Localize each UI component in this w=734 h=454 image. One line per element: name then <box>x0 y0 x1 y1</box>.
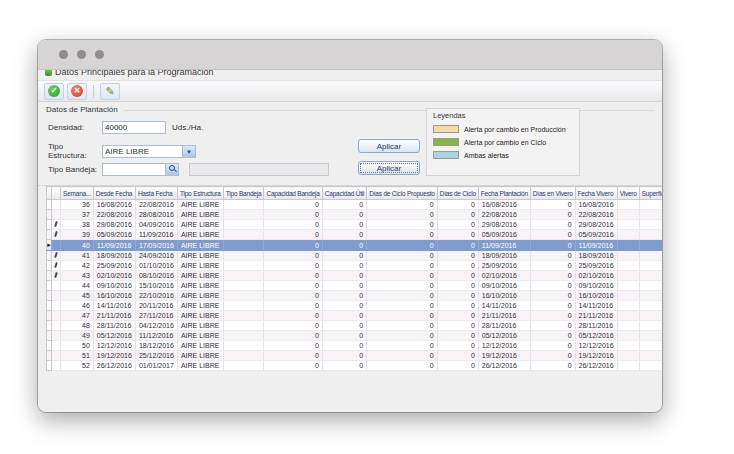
grid-cell-hasta[interactable]: 28/08/2016 <box>135 210 177 220</box>
grid-cell-capacidad_bandeja[interactable]: 0 <box>264 321 322 331</box>
table-row[interactable]: 3722/08/201628/08/2016AIRE LIBRE000022/0… <box>47 210 663 220</box>
grid-cell-dias_ciclo_propuesto[interactable]: 0 <box>367 281 438 291</box>
grid-cell-vivero[interactable] <box>617 251 639 261</box>
grid-cell-fecha_vivero[interactable]: 02/10/2016 <box>575 271 617 281</box>
column-header[interactable]: Vivero <box>617 187 639 200</box>
grid-cell-vivero[interactable] <box>617 311 639 321</box>
grid-cell-vivero[interactable] <box>617 281 639 291</box>
table-row[interactable]: 4225/09/201601/10/2016AIRE LIBRE000025/0… <box>47 261 663 271</box>
grid-cell-superficie[interactable] <box>639 220 662 230</box>
grid-cell-semana[interactable]: 36 <box>61 200 94 210</box>
grid-cell-desde[interactable]: 12/12/2016 <box>93 341 135 351</box>
grid-cell-fecha_plantacion[interactable]: 05/12/2016 <box>478 331 530 341</box>
grid-cell-vivero[interactable] <box>617 341 639 351</box>
grid-cell-fecha_vivero[interactable]: 11/09/2016 <box>575 240 617 251</box>
grid-cell-fecha_plantacion[interactable]: 26/12/2016 <box>478 361 530 371</box>
grid-cell-fecha_plantacion[interactable]: 14/11/2016 <box>478 301 530 311</box>
grid-cell-dias_vivero[interactable]: 0 <box>530 331 575 341</box>
grid-cell-fecha_plantacion[interactable]: 18/09/2016 <box>478 251 530 261</box>
grid-cell-semana[interactable]: 45 <box>61 291 94 301</box>
grid-cell-tipo_bandeja[interactable] <box>223 311 264 321</box>
grid-cell-capacidad_util[interactable]: 0 <box>322 251 366 261</box>
grid-cell-superficie[interactable] <box>639 311 662 321</box>
grid-cell-tipo_estructura[interactable]: AIRE LIBRE <box>177 301 223 311</box>
grid-cell-fecha_plantacion[interactable]: 19/12/2016 <box>478 351 530 361</box>
grid-cell-desde[interactable]: 25/09/2016 <box>93 261 135 271</box>
grid-cell-capacidad_bandeja[interactable]: 0 <box>264 281 322 291</box>
grid-cell-superficie[interactable] <box>639 261 662 271</box>
grid-cell-fecha_vivero[interactable]: 28/11/2016 <box>575 321 617 331</box>
column-header[interactable]: Días en Vivero <box>530 187 575 200</box>
column-header[interactable]: Capacidad Útil <box>322 187 366 200</box>
grid-cell-capacidad_util[interactable]: 0 <box>322 220 366 230</box>
grid-cell-tipo_bandeja[interactable] <box>223 341 264 351</box>
grid-cell-dias_ciclo[interactable]: 0 <box>437 361 478 371</box>
grid-cell-tipo_bandeja[interactable] <box>223 251 264 261</box>
grid-cell-capacidad_bandeja[interactable]: 0 <box>264 261 322 271</box>
grid-cell-tipo_estructura[interactable]: AIRE LIBRE <box>177 261 223 271</box>
grid-cell-dias_ciclo_propuesto[interactable]: 0 <box>367 251 438 261</box>
grid-cell-capacidad_bandeja[interactable]: 0 <box>264 271 322 281</box>
grid-cell-fecha_vivero[interactable]: 14/11/2016 <box>575 301 617 311</box>
grid-cell-hasta[interactable]: 01/10/2016 <box>135 261 177 271</box>
grid-cell-fecha_plantacion[interactable]: 29/08/2016 <box>478 220 530 230</box>
grid-cell-dias_vivero[interactable]: 0 <box>530 271 575 281</box>
grid-cell-fecha_vivero[interactable]: 05/09/2016 <box>575 230 617 240</box>
grid-cell-capacidad_bandeja[interactable]: 0 <box>264 230 322 240</box>
grid-cell-dias_ciclo[interactable]: 0 <box>437 210 478 220</box>
grid-cell-dias_ciclo[interactable]: 0 <box>437 291 478 301</box>
grid-cell-fecha_plantacion[interactable]: 11/09/2016 <box>478 240 530 251</box>
grid-cell-superficie[interactable] <box>639 291 662 301</box>
grid-cell-tipo_estructura[interactable]: AIRE LIBRE <box>177 331 223 341</box>
grid-cell-dias_ciclo_propuesto[interactable]: 0 <box>367 311 438 321</box>
grid-cell-dias_vivero[interactable]: 0 <box>530 220 575 230</box>
grid-cell-semana[interactable]: 40 <box>61 240 94 251</box>
grid-cell-capacidad_bandeja[interactable]: 0 <box>264 240 322 251</box>
grid-cell-superficie[interactable] <box>639 200 662 210</box>
grid-cell-dias_ciclo[interactable]: 0 <box>437 240 478 251</box>
grid-cell-fecha_plantacion[interactable]: 21/11/2016 <box>478 311 530 321</box>
grid-cell-dias_vivero[interactable]: 0 <box>530 200 575 210</box>
grid-cell-capacidad_util[interactable]: 0 <box>322 301 366 311</box>
table-row[interactable]: 4302/10/201608/10/2016AIRE LIBRE000002/1… <box>47 271 663 281</box>
grid-cell-tipo_estructura[interactable]: AIRE LIBRE <box>177 281 223 291</box>
grid-cell-hasta[interactable]: 11/09/2016 <box>135 230 177 240</box>
grid-cell-tipo_bandeja[interactable] <box>223 230 264 240</box>
grid-cell-capacidad_bandeja[interactable]: 0 <box>264 301 322 311</box>
grid-cell-fecha_plantacion[interactable]: 02/10/2016 <box>478 271 530 281</box>
grid-cell-semana[interactable]: 37 <box>61 210 94 220</box>
grid-cell-capacidad_util[interactable]: 0 <box>322 281 366 291</box>
grid-cell-dias_ciclo[interactable]: 0 <box>437 331 478 341</box>
grid-cell-vivero[interactable] <box>617 351 639 361</box>
grid-cell-semana[interactable]: 44 <box>61 281 94 291</box>
grid-cell-dias_vivero[interactable]: 0 <box>530 351 575 361</box>
grid-cell-hasta[interactable]: 24/09/2016 <box>135 251 177 261</box>
grid-cell-hasta[interactable]: 01/01/2017 <box>135 361 177 371</box>
grid-cell-fecha_plantacion[interactable]: 12/12/2016 <box>478 341 530 351</box>
grid-cell-capacidad_bandeja[interactable]: 0 <box>264 331 322 341</box>
window-control-dot[interactable] <box>77 50 86 59</box>
grid-cell-dias_ciclo[interactable]: 0 <box>437 230 478 240</box>
grid-cell-tipo_bandeja[interactable] <box>223 321 264 331</box>
grid-cell-superficie[interactable] <box>639 351 662 361</box>
grid-cell-superficie[interactable] <box>639 331 662 341</box>
table-row[interactable]: 4409/10/201615/10/2016AIRE LIBRE000009/1… <box>47 281 663 291</box>
grid-cell-dias_vivero[interactable]: 0 <box>530 251 575 261</box>
grid-cell-capacidad_util[interactable]: 0 <box>322 240 366 251</box>
grid-cell-capacidad_bandeja[interactable]: 0 <box>264 200 322 210</box>
grid-cell-tipo_estructura[interactable]: AIRE LIBRE <box>177 240 223 251</box>
grid-cell-capacidad_bandeja[interactable]: 0 <box>264 251 322 261</box>
grid-cell-capacidad_bandeja[interactable]: 0 <box>264 351 322 361</box>
grid-cell-semana[interactable]: 47 <box>61 311 94 321</box>
grid-cell-capacidad_util[interactable]: 0 <box>322 210 366 220</box>
grid-cell-vivero[interactable] <box>617 261 639 271</box>
grid-cell-desde[interactable]: 11/09/2016 <box>93 240 135 251</box>
column-header[interactable]: Fecha Plantación <box>478 187 530 200</box>
grid-cell-fecha_vivero[interactable]: 09/10/2016 <box>575 281 617 291</box>
grid-cell-capacidad_bandeja[interactable]: 0 <box>264 341 322 351</box>
table-row[interactable]: 4614/11/201620/11/2016AIRE LIBRE000014/1… <box>47 301 663 311</box>
chevron-down-icon[interactable]: ▾ <box>182 146 195 157</box>
window-control-dot[interactable] <box>59 50 68 59</box>
grid-cell-semana[interactable]: 38 <box>61 220 94 230</box>
grid-cell-dias_ciclo[interactable]: 0 <box>437 321 478 331</box>
